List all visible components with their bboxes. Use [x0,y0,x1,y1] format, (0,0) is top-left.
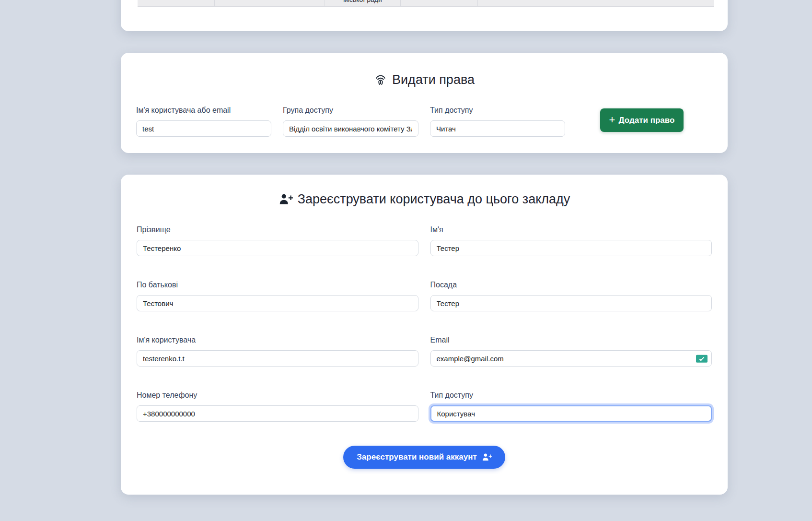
grant-group-label: Група доступу [283,106,418,115]
phone-input[interactable] [137,405,418,422]
table-cell [215,0,325,6]
add-right-button-label: Додати право [618,116,674,125]
grant-field-group: Група доступу [283,106,418,137]
first-name-input[interactable] [430,240,712,256]
fingerprint-icon [374,73,387,87]
grant-username-input[interactable] [136,120,271,137]
access-type-label: Тип доступу [430,391,712,400]
username-label: Ім'я користувача [137,336,418,344]
envelope-check-icon[interactable] [696,355,708,363]
envelope-shape [696,355,708,363]
grant-access-type-label: Тип доступу [430,106,565,115]
register-card-title-text: Зареєструвати користувача до цього закла… [298,192,570,207]
table-fragment: міської ради [138,0,714,7]
table-cell: міської ради [325,0,401,6]
grant-card-title-text: Видати права [392,72,475,87]
table-cell [478,0,714,6]
last-name-label: Прізвище [137,225,418,234]
field-access-type: Тип доступу [430,391,712,422]
grant-field-username: Ім'я користувача або email [136,106,271,137]
person-plus-icon [482,452,492,462]
person-plus-icon [278,192,293,207]
add-right-button[interactable]: + Додати право [600,108,684,132]
field-phone: Номер телефону [137,391,418,422]
email-label: Email [430,336,712,344]
access-type-input[interactable] [430,405,712,422]
position-input[interactable] [430,295,712,311]
middle-name-label: По батькові [137,281,418,289]
grant-form: Ім'я користувача або email Група доступу… [121,106,728,137]
check-mark [699,355,705,361]
grant-group-input[interactable] [283,120,418,137]
field-email: Email [430,336,712,367]
last-name-input[interactable] [137,240,418,256]
partial-table-card: міської ради [121,0,728,31]
table-cell [138,0,215,6]
grant-access-type-input[interactable] [430,120,565,137]
email-input[interactable] [430,350,712,367]
plus-icon: + [609,115,615,125]
username-input[interactable] [137,350,418,367]
table-cell-text: міської ради [325,0,400,3]
position-label: Посада [430,281,712,289]
grant-card-title: Видати права [121,72,728,87]
field-first-name: Ім'я [430,225,712,256]
table-cell [401,0,478,6]
register-account-button[interactable]: Зареєструвати новий аккаунт [343,446,505,469]
register-user-card: Зареєструвати користувача до цього закла… [121,175,728,495]
register-card-title: Зареєструвати користувача до цього закла… [121,192,728,207]
middle-name-input[interactable] [137,295,418,311]
grant-field-access-type: Тип доступу [430,106,565,137]
email-input-wrap [430,350,712,367]
grant-rights-card: Видати права Ім'я користувача або email … [121,53,728,153]
field-position: Посада [430,281,712,311]
field-middle-name: По батькові [137,281,418,311]
first-name-label: Ім'я [430,225,712,234]
register-form: Прізвище Ім'я По батькові Посада Ім'я ко… [121,225,728,422]
table-row: міської ради [138,0,714,7]
grant-username-label: Ім'я користувача або email [136,106,271,115]
phone-label: Номер телефону [137,391,418,400]
submit-row: Зареєструвати новий аккаунт [121,446,728,469]
register-account-button-label: Зареєструвати новий аккаунт [357,452,477,462]
field-username: Ім'я користувача [137,336,418,367]
field-last-name: Прізвище [137,225,418,256]
